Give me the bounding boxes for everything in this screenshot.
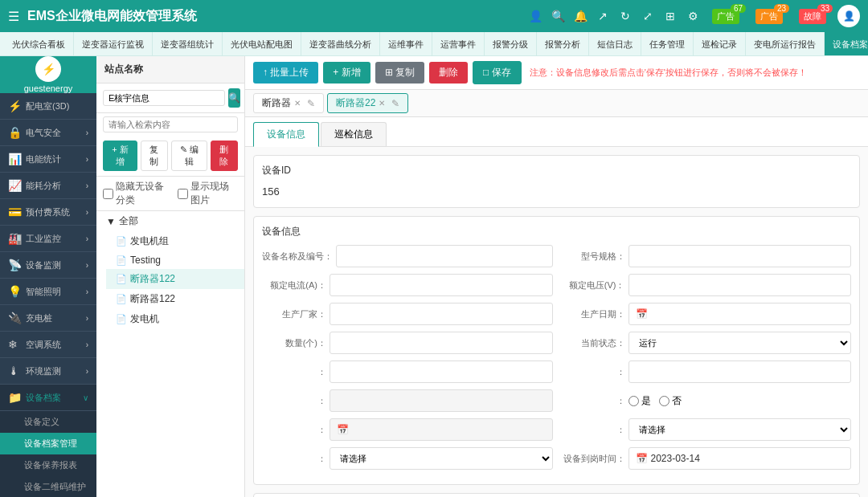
form-body: 设备ID 156 设备信息 设备名称及编号： 型号规格： bbox=[245, 147, 868, 497]
device-name-input[interactable] bbox=[336, 245, 553, 267]
tree-delete-button[interactable]: 删除 bbox=[211, 141, 238, 171]
grid-icon[interactable]: ⊞ bbox=[662, 8, 678, 24]
navtab-task-mgmt[interactable]: 任务管理 bbox=[641, 32, 694, 56]
add-device-button[interactable]: + 新增 bbox=[323, 62, 370, 84]
hide-empty-option[interactable]: 隐藏无设备分类 bbox=[103, 180, 171, 207]
select-placeholder-select[interactable]: 请选择 bbox=[330, 447, 553, 470]
sidebar-sub-device-maintenance[interactable]: 设备保养报表 bbox=[0, 454, 96, 476]
tree-filter-input[interactable] bbox=[103, 116, 238, 132]
quantity-label: 数量(个)： bbox=[262, 337, 326, 349]
tree-add-button[interactable]: + 新增 bbox=[103, 141, 137, 171]
tree-node-breaker122-2[interactable]: 📄 断路器122 bbox=[106, 289, 244, 309]
file-icon-2: 📄 bbox=[116, 255, 127, 266]
sidebar-item-device-monitor[interactable]: 📡 设备监测 › bbox=[0, 252, 96, 279]
extra-2-input[interactable] bbox=[628, 361, 852, 383]
navtab-pv-config[interactable]: 光伏电站配电图 bbox=[223, 32, 301, 56]
copy-device-button[interactable]: ⊞ 复制 bbox=[375, 62, 424, 84]
current-status-select[interactable]: 运行 停止 故障 bbox=[628, 332, 852, 354]
rated-current-input[interactable] bbox=[330, 274, 553, 296]
sidebar-item-electrical[interactable]: 🔒 电气安全 › bbox=[0, 120, 96, 146]
navtab-inverter-monitor[interactable]: 逆变器运行监视 bbox=[74, 32, 153, 56]
delete-device-button[interactable]: 删除 bbox=[429, 62, 468, 84]
user-profile-icon[interactable]: 👤 bbox=[527, 8, 543, 24]
tree-node-all[interactable]: ▼ 全部 bbox=[96, 211, 244, 231]
sidebar-item-prepaid[interactable]: 💳 预付费系统 › bbox=[0, 199, 96, 226]
radio-yes[interactable]: 是 bbox=[628, 394, 651, 408]
sidebar-sub-device-def[interactable]: 设备定义 bbox=[0, 411, 96, 433]
batch-upload-button[interactable]: ↑ 批量上传 bbox=[253, 62, 318, 84]
sidebar-item-lighting[interactable]: 💡 智能照明 › bbox=[0, 279, 96, 305]
menu-icon[interactable]: ☰ bbox=[8, 9, 19, 24]
station-search-input[interactable] bbox=[103, 90, 225, 106]
navtab-pvboard[interactable]: 光伏综合看板 bbox=[4, 32, 74, 56]
extra-1-input[interactable] bbox=[330, 361, 553, 383]
breadcrumb-tab-breaker22[interactable]: 断路器22 ✕ ✎ bbox=[327, 93, 408, 113]
extra-3-input[interactable] bbox=[330, 389, 553, 412]
badge-red-area[interactable]: 故障 33 bbox=[799, 9, 826, 24]
radio-no[interactable]: 否 bbox=[659, 394, 682, 408]
tree-node-generator2[interactable]: 📄 发电机 bbox=[106, 309, 244, 329]
sidebar-sub-device-qrcode[interactable]: 设备二维码维护 bbox=[0, 476, 96, 497]
save-device-button[interactable]: □ 保存 bbox=[473, 61, 522, 84]
device-model-input[interactable] bbox=[628, 245, 852, 267]
navtab-substation-report[interactable]: 变电所运行报告 bbox=[746, 32, 825, 56]
search-icon[interactable]: 🔍 bbox=[550, 8, 566, 24]
station-search-button[interactable]: 🔍 bbox=[228, 88, 240, 108]
tab-device-info[interactable]: 设备信息 bbox=[253, 122, 319, 147]
tree-copy-button[interactable]: 复制 bbox=[141, 141, 168, 171]
sidebar-sub-device-archive-mgmt[interactable]: 设备档案管理 bbox=[0, 433, 96, 454]
form-row-3: 生产厂家： 生产日期： 📅 bbox=[262, 303, 851, 325]
sidebar-item-environment[interactable]: 🌡 环境监测 › bbox=[0, 358, 96, 385]
sidebar-item-charging[interactable]: 🔌 充电桩 › bbox=[0, 305, 96, 332]
badge-orange-count: 23 bbox=[774, 4, 789, 13]
navtab-device-archive[interactable]: 设备档案管理 bbox=[825, 32, 868, 56]
tree-expand-icon: ▼ bbox=[106, 216, 116, 227]
sidebar-item-energy-stat[interactable]: 📊 电能统计 › bbox=[0, 146, 96, 173]
navtab-inspection[interactable]: 巡检记录 bbox=[694, 32, 746, 56]
navtab-alarm-level[interactable]: 报警分级 bbox=[485, 32, 537, 56]
tab-inspection-info[interactable]: 巡检信息 bbox=[321, 122, 387, 146]
hide-empty-checkbox[interactable] bbox=[103, 189, 113, 199]
show-image-checkbox[interactable] bbox=[178, 189, 188, 199]
user-avatar[interactable]: 👤 bbox=[837, 5, 860, 27]
arrival-date-picker[interactable]: 📅 2023-03-14 bbox=[628, 447, 852, 470]
navtab-biz-event[interactable]: 运营事件 bbox=[432, 32, 485, 56]
badge-green-area[interactable]: 广告 67 bbox=[712, 9, 739, 24]
sidebar-item-distribution[interactable]: ⚡ 配电室(3D) bbox=[0, 93, 96, 120]
navtab-alarm-analysis[interactable]: 报警分析 bbox=[537, 32, 589, 56]
show-image-option[interactable]: 显示现场图片 bbox=[178, 180, 238, 207]
rated-voltage-input[interactable] bbox=[628, 274, 852, 296]
navtab-inverter-stat[interactable]: 逆变器组统计 bbox=[153, 32, 223, 56]
extra-4-date[interactable]: 📅 bbox=[330, 418, 553, 441]
settings-icon[interactable]: ⚙ bbox=[685, 8, 701, 24]
field-production-date: 生产日期： 📅 bbox=[561, 303, 852, 325]
extra-5-select[interactable]: 请选择 bbox=[628, 418, 852, 441]
tree-node-generator[interactable]: 📄 发电机组 bbox=[106, 231, 244, 251]
navtab-sms-log[interactable]: 短信日志 bbox=[589, 32, 641, 56]
close-breadcrumb-2[interactable]: ✕ bbox=[379, 99, 385, 108]
sidebar-item-ac[interactable]: ❄ 空调系统 › bbox=[0, 332, 96, 358]
navtab-ops-event[interactable]: 运维事件 bbox=[380, 32, 432, 56]
sidebar-item-industrial[interactable]: 🏭 工业监控 › bbox=[0, 226, 96, 252]
fullscreen-icon[interactable]: ⤢ bbox=[640, 8, 656, 24]
badge-orange-area[interactable]: 广告 23 bbox=[755, 9, 783, 24]
share-icon[interactable]: ↗ bbox=[595, 8, 611, 24]
extra-2-label: ： bbox=[561, 366, 625, 378]
close-breadcrumb-1[interactable]: ✕ bbox=[294, 99, 301, 108]
tree-filter-box bbox=[96, 113, 244, 136]
quantity-input[interactable] bbox=[330, 332, 553, 354]
device-name-label: 设备名称及编号： bbox=[262, 251, 333, 263]
sidebar-item-energy-analysis[interactable]: 📈 能耗分析 › bbox=[0, 173, 96, 199]
refresh-icon[interactable]: ↻ bbox=[617, 8, 633, 24]
tree-edit-button[interactable]: ✎ 编辑 bbox=[171, 141, 207, 171]
sidebar-item-device-archive[interactable]: 📁 设备档案 ∨ bbox=[0, 385, 96, 411]
bell-icon[interactable]: 🔔 bbox=[572, 8, 588, 24]
tree-node-testing[interactable]: 📄 Testing bbox=[106, 251, 244, 269]
badge-red-count: 33 bbox=[817, 4, 833, 13]
tree-node-breaker122-active[interactable]: 📄 断路器122 bbox=[106, 269, 244, 289]
form-row-8: ： 请选择 设备到岗时间： 📅 2023-03-14 bbox=[262, 447, 851, 470]
manufacturer-input[interactable] bbox=[330, 303, 553, 325]
navtab-inverter-curve[interactable]: 逆变器曲线分析 bbox=[301, 32, 380, 56]
breadcrumb-tab-breaker[interactable]: 断路器 ✕ ✎ bbox=[253, 93, 324, 113]
production-date-picker[interactable]: 📅 bbox=[628, 303, 852, 325]
